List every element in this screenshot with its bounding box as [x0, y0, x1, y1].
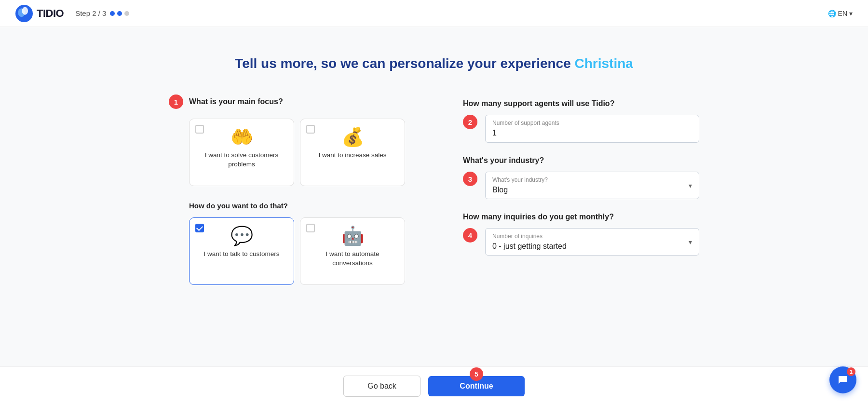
option-automate[interactable]: 🤖 I want to automate conversations	[300, 217, 405, 285]
label-talk: I want to talk to customers	[204, 250, 280, 259]
label-solve: I want to solve customers problems	[197, 151, 286, 169]
form-container: 1 What is your main focus? 🤲 I want to s…	[169, 94, 699, 300]
inquiries-wrapper: 4 Number of inquiries 0 - just getting s…	[463, 228, 699, 256]
inquiries-select[interactable]: 0 - just getting started 1-100 101-500 5…	[486, 229, 699, 255]
field-industry: What's your industry? 3 What's your indu…	[463, 156, 699, 199]
dot-1	[110, 11, 115, 16]
industry-select-wrap: What's your industry? Blog E-commerce Sa…	[485, 172, 699, 199]
agents-content: Number of support agents	[485, 115, 699, 143]
badge-2: 2	[463, 115, 477, 129]
field-inquiries: How many inquiries do you get monthly? 4…	[463, 213, 699, 256]
badge-5: 5	[470, 367, 483, 381]
badge-1: 1	[169, 94, 183, 109]
agents-question: How many support agents will use Tidio?	[463, 99, 699, 108]
section2-question: How do you want to do that?	[189, 202, 405, 210]
badge-3: 3	[463, 172, 477, 186]
svg-point-2	[22, 7, 28, 14]
dot-2	[117, 11, 122, 16]
section1-question: What is your main focus?	[189, 97, 283, 106]
option-increase-sales[interactable]: 💰 I want to increase sales	[300, 119, 405, 186]
inquiries-content: Number of inquiries 0 - just getting sta…	[485, 228, 699, 256]
industry-select[interactable]: Blog E-commerce SaaS Agency Other	[486, 172, 699, 199]
inquiries-question: How many inquiries do you get monthly?	[463, 213, 699, 221]
main-content: Tell us more, so we can personalize your…	[0, 27, 868, 320]
step-text: Step 2 / 3	[75, 9, 106, 17]
agents-input-wrap: Number of support agents	[485, 115, 699, 143]
chat-icon	[837, 374, 849, 386]
checkbox-sales	[306, 125, 315, 134]
language-selector[interactable]: 🌐 EN ▾	[828, 10, 853, 17]
inquiries-select-wrap: Number of inquiries 0 - just getting sta…	[485, 228, 699, 256]
step-label: Step 2 / 3	[75, 9, 129, 17]
industry-wrapper: 3 What's your industry? Blog E-commerce …	[463, 172, 699, 199]
industry-content: What's your industry? Blog E-commerce Sa…	[485, 172, 699, 199]
page-title: Tell us more, so we can personalize your…	[235, 56, 633, 71]
label-sales: I want to increase sales	[318, 151, 386, 160]
step-dots	[110, 11, 129, 16]
section2-options: 💬 I want to talk to customers 🤖 I want t…	[189, 217, 405, 285]
dot-3	[124, 11, 129, 16]
logo-text: TIDIO	[37, 7, 64, 20]
checkbox-talk	[195, 224, 204, 232]
option-solve-problems[interactable]: 🤲 I want to solve customers problems	[189, 119, 294, 186]
field-agents: How many support agents will use Tidio? …	[463, 99, 699, 143]
section1-header: 1 What is your main focus?	[169, 94, 405, 109]
option-talk-customers[interactable]: 💬 I want to talk to customers	[189, 217, 294, 285]
right-section: How many support agents will use Tidio? …	[463, 94, 699, 256]
title-prefix: Tell us more, so we can personalize your…	[235, 56, 571, 71]
chevron-down-icon: ▾	[849, 10, 853, 17]
left-section: 1 What is your main focus? 🤲 I want to s…	[169, 94, 405, 300]
lang-text: EN	[838, 10, 847, 17]
label-automate: I want to automate conversations	[308, 250, 397, 268]
chat-badge: 1	[847, 367, 855, 376]
footer: Go back 5 Continue	[0, 366, 868, 405]
go-back-button[interactable]: Go back	[343, 376, 420, 397]
agents-wrapper: 2 Number of support agents	[463, 115, 699, 143]
icon-money-bag: 💰	[341, 128, 364, 146]
globe-icon: 🌐	[828, 10, 836, 17]
header: TIDIO Step 2 / 3 🌐 EN ▾	[0, 0, 868, 27]
logo-icon	[15, 5, 33, 22]
icon-hands: 🤲	[231, 128, 253, 146]
checkbox-automate	[306, 224, 315, 232]
header-left: TIDIO Step 2 / 3	[15, 5, 129, 22]
industry-question: What's your industry?	[463, 156, 699, 165]
agents-input[interactable]	[486, 115, 699, 142]
chat-bubble[interactable]: 1	[829, 366, 856, 393]
checkbox-solve	[195, 125, 204, 134]
logo: TIDIO	[15, 5, 64, 22]
username: Christina	[575, 56, 633, 71]
section1-options: 🤲 I want to solve customers problems 💰 I…	[189, 119, 405, 186]
icon-robot: 🤖	[341, 227, 364, 245]
continue-wrapper: 5 Continue	[428, 376, 525, 396]
icon-chat-bubble: 💬	[231, 227, 253, 245]
badge-4: 4	[463, 228, 477, 243]
